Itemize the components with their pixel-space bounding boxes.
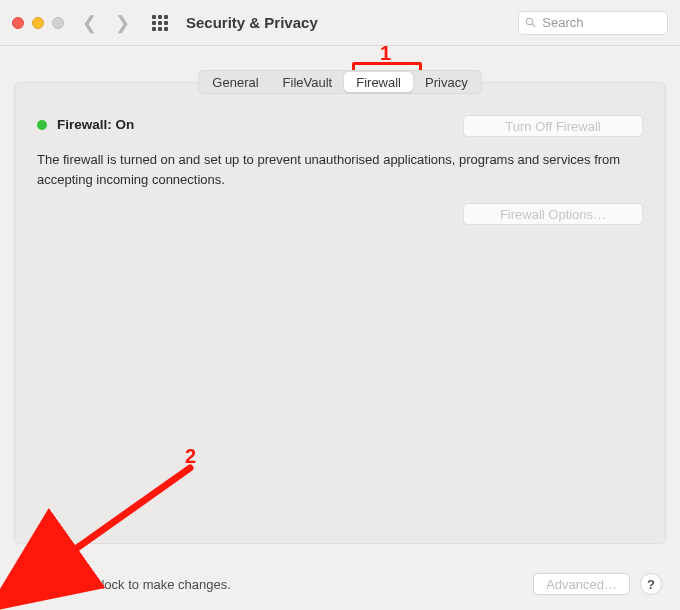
window-title: Security & Privacy <box>186 14 318 31</box>
close-window-button[interactable] <box>12 17 24 29</box>
nav-buttons: ❮ ❯ <box>82 14 130 32</box>
firewall-pane: Firewall: On Turn Off Firewall The firew… <box>14 82 666 544</box>
status-dot-icon <box>37 120 47 130</box>
firewall-description: The firewall is turned on and set up to … <box>37 150 627 189</box>
lock-hint-text: Click the lock to make changes. <box>48 577 231 592</box>
firewall-status-text: Firewall: On <box>57 117 134 132</box>
tab-general[interactable]: General <box>200 72 270 92</box>
svg-rect-3 <box>21 582 36 594</box>
titlebar: ❮ ❯ Security & Privacy <box>0 0 680 46</box>
tab-bar: General FileVault Firewall Privacy <box>14 70 666 94</box>
back-button[interactable]: ❮ <box>82 14 97 32</box>
svg-line-1 <box>532 24 535 27</box>
search-field[interactable] <box>518 11 668 35</box>
window-controls <box>12 17 64 29</box>
preference-body: General FileVault Firewall Privacy Firew… <box>0 46 680 610</box>
tab-filevault[interactable]: FileVault <box>271 72 345 92</box>
forward-button-disabled: ❯ <box>115 14 130 32</box>
lock-button[interactable] <box>18 572 38 596</box>
footer: Click the lock to make changes. Advanced… <box>18 572 662 596</box>
search-icon <box>525 16 536 29</box>
svg-point-0 <box>526 18 532 24</box>
search-input[interactable] <box>542 15 661 30</box>
tab-firewall[interactable]: Firewall <box>344 72 413 92</box>
advanced-button[interactable]: Advanced… <box>533 573 630 595</box>
lock-icon <box>18 572 38 596</box>
turn-off-firewall-button[interactable]: Turn Off Firewall <box>463 115 643 137</box>
show-all-icon[interactable] <box>152 15 168 31</box>
zoom-window-button-disabled <box>52 17 64 29</box>
help-button[interactable]: ? <box>640 573 662 595</box>
minimize-window-button[interactable] <box>32 17 44 29</box>
tab-segmented-control: General FileVault Firewall Privacy <box>198 70 481 94</box>
tab-privacy[interactable]: Privacy <box>413 72 480 92</box>
firewall-options-button[interactable]: Firewall Options… <box>463 203 643 225</box>
